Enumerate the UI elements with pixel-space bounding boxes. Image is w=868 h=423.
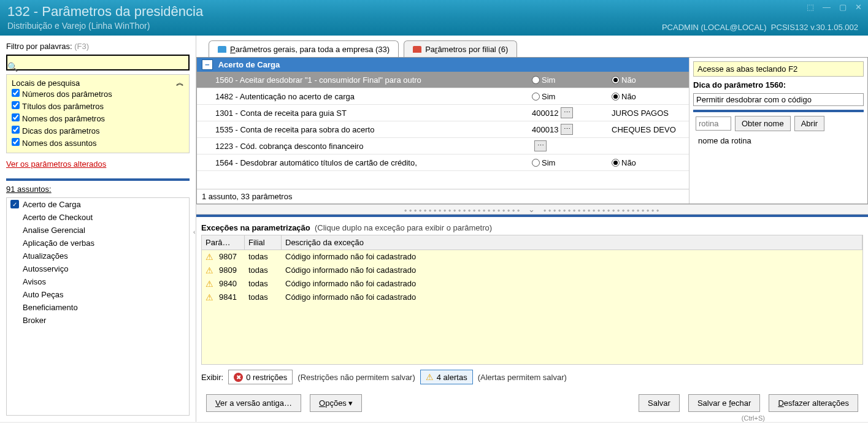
- salvar-button[interactable]: Salvar: [639, 394, 680, 412]
- collapse-toggle-icon[interactable]: −: [202, 59, 213, 70]
- opcoes-button[interactable]: Opções ▾: [310, 394, 362, 412]
- warning-icon: [205, 280, 213, 289]
- exception-row[interactable]: 9840todasCódigo informado não foi cadast…: [202, 277, 862, 291]
- assunto-item[interactable]: Avisos: [7, 275, 189, 288]
- bottom-buttons: Ver a versão antiga… Opções ▾ Salvar Sal…: [201, 389, 863, 414]
- assunto-item[interactable]: Atualizações: [7, 250, 189, 262]
- error-icon: [234, 372, 243, 382]
- locais-panel: Locais de pesquisa ︽ Números dos parâmet…: [6, 74, 190, 153]
- check-titulos[interactable]: Títulos dos parâmetros: [12, 100, 184, 112]
- chevron-down-icon[interactable]: ⌄: [524, 205, 540, 214]
- titlebar: 132 - Parâmetros da presidência Distribu…: [0, 0, 868, 36]
- radio-nao[interactable]: Não: [612, 92, 636, 101]
- window-title: 132 - Parâmetros da presidência: [7, 4, 861, 20]
- assunto-item[interactable]: Acerto de Checkout: [7, 211, 189, 224]
- assunto-item[interactable]: Analise Gerencial: [7, 224, 189, 237]
- exception-row[interactable]: 9809todasCódigo informado não foi cadast…: [202, 264, 862, 277]
- tab-filial[interactable]: Parâmetros por filial (6): [404, 40, 517, 58]
- param-row[interactable]: 1223 - Cód. cobrança desconto financeiro…: [197, 138, 689, 154]
- assunto-item[interactable]: Broker: [7, 314, 189, 327]
- radio-nao[interactable]: Não: [612, 75, 636, 85]
- close-icon[interactable]: ✕: [855, 2, 862, 12]
- assunto-item[interactable]: Beneficiamento: [7, 301, 189, 314]
- maximize-icon[interactable]: ▢: [839, 2, 847, 12]
- folder-blue-icon: [218, 46, 226, 53]
- exceptions-table[interactable]: Parâ… Filial Descrição da exceção 9807to…: [201, 235, 863, 365]
- check-assuntos[interactable]: Nomes dos assuntos: [12, 137, 184, 149]
- param-row[interactable]: 1301 - Conta de receita para guia ST 400…: [197, 105, 689, 121]
- param-footer: 1 assunto, 33 parâmetros: [197, 189, 689, 204]
- alertas-button[interactable]: 4 alertas: [420, 370, 473, 384]
- exceptions-title: Exceções na parametrização (Clique duplo…: [201, 221, 863, 235]
- radio-sim[interactable]: Sim: [532, 158, 555, 167]
- exception-row[interactable]: 9841todasCódigo informado não foi cadast…: [202, 291, 862, 304]
- assunto-item[interactable]: Auto Peças: [7, 288, 189, 301]
- minimize-icon[interactable]: —: [823, 2, 831, 12]
- lookup-button[interactable]: ⋯: [561, 107, 573, 118]
- hint-panel: Acesse as abas teclando F2 Dica do parâm…: [689, 58, 867, 204]
- ver-alterados-link[interactable]: Ver os parâmetros alterados: [6, 157, 190, 175]
- shortcut-hint: (Ctrl+S): [201, 414, 863, 422]
- exibir-row: Exibir: 0 restrições (Restrições não per…: [201, 365, 863, 389]
- exception-row[interactable]: 9807todasCódigo informado não foi cadast…: [202, 250, 862, 264]
- assuntos-list[interactable]: Acerto de Carga Acerto de Checkout Anali…: [6, 197, 190, 416]
- collapse-icon[interactable]: ︽: [176, 77, 184, 88]
- window-info: PCADMIN (LOCAL@LOCAL) PCSIS132 v.30.1.05…: [662, 23, 858, 32]
- param-row[interactable]: 1482 - Autenticação no acerto de carga S…: [197, 88, 689, 105]
- tab-label: arâmetros gerais, para toda a empresa (3…: [236, 45, 390, 54]
- folder-red-icon: [413, 46, 421, 53]
- horizontal-splitter[interactable]: ∘∘∘∘∘∘∘∘∘∘∘∘∘∘∘∘∘∘∘∘∘∘∘∘ ⌄ ∘∘∘∘∘∘∘∘∘∘∘∘∘…: [196, 204, 868, 215]
- lookup-button[interactable]: ⋯: [561, 124, 573, 135]
- assunto-item[interactable]: Autosserviço: [7, 262, 189, 275]
- check-dicas[interactable]: Dicas dos parâmetros: [12, 124, 184, 137]
- help-icon[interactable]: ⬚: [807, 2, 814, 12]
- param-row[interactable]: 1560 - Aceitar desdobrar "1 - consumidor…: [197, 72, 689, 88]
- search-icon: [7, 62, 18, 72]
- check-numeros[interactable]: Números dos parâmetros: [12, 88, 184, 100]
- rotina-name: nome da rotina: [696, 135, 861, 147]
- locais-title: Locais de pesquisa: [12, 78, 184, 88]
- warning-icon: [205, 266, 213, 275]
- param-row[interactable]: 1535 - Conta de receita para sobra do ac…: [197, 121, 689, 138]
- filter-label: Filtro por palavras: (F3): [6, 42, 190, 51]
- hint-body: Permitir desdobrar com o código: [693, 93, 864, 106]
- assunto-item[interactable]: Aplicação de verbas: [7, 237, 189, 250]
- rotina-input[interactable]: [696, 116, 731, 131]
- param-row[interactable]: 1564 - Desdobrar automático títulos de c…: [197, 154, 689, 171]
- restricoes-button[interactable]: 0 restrições: [228, 370, 293, 384]
- warning-icon: [205, 293, 213, 302]
- check-nomes[interactable]: Nomes dos parâmetros: [12, 112, 184, 124]
- radio-sim[interactable]: Sim: [532, 92, 555, 101]
- param-grid: − Acerto de Carga 1560 - Aceitar desdobr…: [197, 58, 689, 204]
- ver-versao-button[interactable]: Ver a versão antiga…: [206, 394, 301, 412]
- exceptions-header: Parâ… Filial Descrição da exceção: [202, 235, 862, 250]
- lookup-button[interactable]: ⋯: [534, 140, 547, 151]
- warning-icon: [426, 372, 434, 382]
- hint-access: Acesse as abas teclando F2: [693, 61, 864, 77]
- tab-gerais[interactable]: Parâmetros gerais, para toda a empresa (…: [209, 40, 399, 58]
- hint-title: Dica do parâmetro 1560:: [693, 80, 864, 90]
- desfazer-button[interactable]: Desfazer alterações: [769, 394, 858, 412]
- radio-nao[interactable]: Não: [612, 158, 636, 167]
- radio-sim[interactable]: Sim: [532, 75, 555, 85]
- obter-nome-button[interactable]: Obter nome: [735, 116, 791, 131]
- right-panel: ‹ Parâmetros gerais, para toda a empresa…: [196, 36, 868, 422]
- salvar-fechar-button[interactable]: Salvar e fechar: [688, 394, 760, 412]
- tab-label: âmetros por filial (6): [437, 45, 508, 54]
- group-header[interactable]: − Acerto de Carga: [197, 58, 689, 72]
- left-panel: Filtro por palavras: (F3) Locais de pesq…: [0, 36, 196, 422]
- vertical-splitter-icon[interactable]: ‹: [193, 229, 195, 235]
- abrir-button[interactable]: Abrir: [794, 116, 824, 131]
- assunto-item[interactable]: Acerto de Carga: [7, 198, 189, 211]
- search-input[interactable]: [6, 55, 190, 70]
- warning-icon: [205, 253, 213, 262]
- assuntos-count: 91 assuntos:: [6, 178, 190, 194]
- exceptions-panel: Exceções na parametrização (Clique duplo…: [196, 215, 868, 422]
